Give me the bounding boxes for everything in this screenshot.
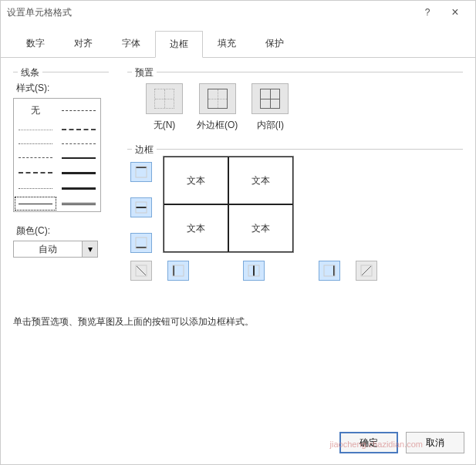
preset-outline-icon — [208, 89, 228, 109]
preset-group: 预置 无(N) 外边框(O) 内部(I) — [127, 72, 463, 135]
svg-rect-9 — [173, 265, 184, 276]
watermark: jiaocheng.chazidian.com — [330, 440, 423, 449]
border-right-button[interactable] — [319, 261, 340, 281]
svg-rect-13 — [324, 265, 335, 276]
preview-cell: 文本 — [228, 204, 293, 252]
svg-rect-5 — [136, 238, 147, 248]
preset-outline-button[interactable] — [199, 83, 236, 114]
preset-inside-label: 内部(I) — [257, 119, 284, 132]
diag-up-icon — [360, 265, 373, 277]
border-hmiddle-button[interactable] — [130, 197, 152, 217]
border-diag-down-button[interactable] — [130, 261, 152, 281]
hint-text: 单击预置选项、预览草图及上面的按钮可以添加边框样式。 — [13, 315, 463, 329]
preset-none-icon — [154, 89, 174, 109]
close-button[interactable]: × — [441, 5, 469, 19]
diag-down-icon — [135, 265, 147, 277]
dialog-title: 设置单元格格式 — [7, 6, 414, 19]
border-top-icon — [135, 166, 147, 178]
chevron-down-icon: ▾ — [82, 241, 97, 257]
line-style-grid: 无 — [13, 98, 101, 212]
line-group: 线条 样式(S): 无 颜色(C): 自动 ▾ — [13, 72, 109, 292]
tab-fill[interactable]: 填充 — [203, 30, 251, 57]
line-style-none[interactable]: 无 — [14, 99, 57, 123]
color-label: 颜色(C): — [16, 224, 109, 238]
tab-border[interactable]: 边框 — [155, 31, 203, 58]
line-style-9[interactable] — [57, 165, 100, 180]
preset-group-label: 预置 — [132, 66, 157, 79]
border-top-button[interactable] — [130, 162, 152, 182]
tab-alignment[interactable]: 对齐 — [59, 30, 107, 57]
tab-number[interactable]: 数字 — [12, 30, 59, 57]
titlebar: 设置单元格格式 ? × — [1, 1, 475, 24]
line-style-1[interactable] — [57, 99, 100, 123]
border-bottom-button[interactable] — [130, 233, 152, 253]
line-style-3[interactable] — [57, 123, 100, 137]
preset-inside-icon — [260, 89, 280, 109]
preset-outline-label: 外边框(O) — [197, 119, 238, 132]
tab-font[interactable]: 字体 — [107, 30, 155, 57]
svg-rect-2 — [136, 207, 147, 208]
svg-rect-1 — [136, 167, 147, 177]
border-group-label: 边框 — [132, 143, 157, 157]
border-bottom-icon — [135, 237, 147, 249]
border-diag-up-button[interactable] — [356, 261, 377, 281]
preset-none-button[interactable] — [146, 83, 183, 114]
color-select[interactable]: 自动 ▾ — [13, 241, 98, 258]
line-style-7[interactable] — [57, 151, 100, 166]
color-value: 自动 — [14, 243, 82, 256]
border-right-icon — [323, 265, 336, 277]
line-style-8[interactable] — [14, 165, 57, 180]
border-left-button[interactable] — [167, 261, 189, 281]
tab-content: 线条 样式(S): 无 颜色(C): 自动 ▾ — [1, 58, 475, 338]
line-style-2[interactable] — [14, 123, 57, 137]
help-button[interactable]: ? — [414, 7, 441, 18]
style-label: 样式(S): — [16, 82, 109, 95]
svg-line-14 — [362, 266, 371, 275]
preview-cell: 文本 — [228, 157, 293, 204]
preset-inside-button[interactable] — [252, 83, 289, 114]
tab-protection[interactable]: 保护 — [251, 30, 299, 57]
border-vmiddle-button[interactable] — [243, 261, 265, 281]
line-group-label: 线条 — [18, 66, 42, 79]
svg-line-6 — [137, 266, 146, 275]
border-group: 边框 文本 文本 文本 文本 — [127, 149, 463, 281]
border-preview[interactable]: 文本 文本 文本 文本 — [163, 156, 294, 253]
preview-cell: 文本 — [164, 157, 228, 204]
preview-cell: 文本 — [164, 204, 228, 252]
line-style-13[interactable] — [57, 196, 100, 211]
border-hmiddle-icon — [135, 201, 147, 214]
line-style-12[interactable] — [14, 196, 57, 211]
preset-none-label: 无(N) — [154, 119, 176, 132]
line-style-5[interactable] — [57, 137, 100, 151]
line-style-6[interactable] — [14, 151, 57, 166]
line-style-10[interactable] — [14, 180, 57, 196]
line-style-4[interactable] — [14, 137, 57, 151]
svg-rect-10 — [253, 265, 255, 276]
line-style-11[interactable] — [57, 180, 100, 196]
border-left-icon — [172, 265, 184, 277]
tab-bar: 数字 对齐 字体 边框 填充 保护 — [1, 24, 475, 58]
border-vmiddle-icon — [248, 265, 260, 277]
